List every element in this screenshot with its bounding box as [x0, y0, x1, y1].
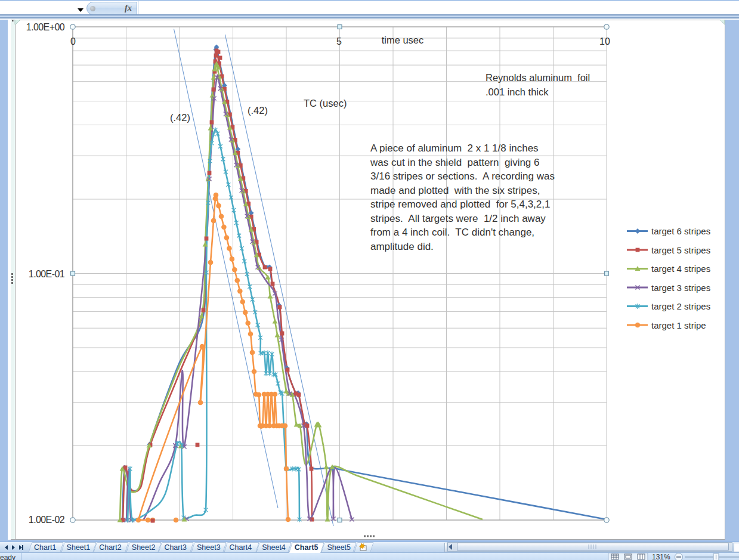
svg-text:Reynolds aluminum foil: Reynolds aluminum foil — [486, 72, 590, 83]
svg-text:amplitude did.: amplitude did. — [370, 241, 434, 252]
svg-text:target 4 stripes: target 4 stripes — [651, 264, 710, 274]
svg-text:A piece of aluminum 2 x 1 1/8: A piece of aluminum 2 x 1 1/8 inches — [370, 143, 539, 154]
svg-text:3/16 stripes or sections. A r: 3/16 stripes or sections. A recording wa… — [370, 171, 555, 182]
svg-text:10: 10 — [599, 36, 610, 47]
svg-text:target 5 stripes: target 5 stripes — [651, 245, 710, 255]
svg-text:(.42): (.42) — [170, 112, 190, 123]
svg-text:1.00E-01: 1.00E-01 — [29, 269, 65, 279]
svg-text:131%: 131% — [652, 553, 670, 560]
svg-text:made and plotted with the six: made and plotted with the six stripes, — [370, 185, 540, 196]
svg-text:target 3 stripes: target 3 stripes — [651, 283, 710, 293]
svg-text:from a 4 inch coil. TC didn't: from a 4 inch coil. TC didn't change, — [370, 227, 534, 238]
svg-text:target 1 stripe: target 1 stripe — [651, 320, 706, 330]
svg-text:.001 inch thick: .001 inch thick — [486, 86, 549, 97]
svg-text:(.42): (.42) — [248, 105, 268, 116]
svg-text:time usec: time usec — [382, 35, 424, 45]
svg-text:5: 5 — [336, 36, 342, 47]
svg-text:was cut in the shield pattern: was cut in the shield pattern giving 6 — [370, 157, 540, 168]
svg-text:target 6 stripes: target 6 stripes — [651, 226, 710, 236]
svg-text:1.00E+00: 1.00E+00 — [26, 22, 65, 32]
svg-text:0: 0 — [70, 36, 76, 47]
svg-text:stripes. All targets were 1/: stripes. All targets were 1/2 inch away — [370, 213, 546, 224]
svg-text:stripe removed and plotted fo: stripe removed and plotted for 5,4,3,2,1 — [370, 199, 550, 210]
svg-text:TC (usec): TC (usec) — [304, 98, 347, 109]
svg-text:target 2 stripes: target 2 stripes — [651, 301, 710, 311]
svg-text:1.00E-02: 1.00E-02 — [29, 515, 65, 525]
